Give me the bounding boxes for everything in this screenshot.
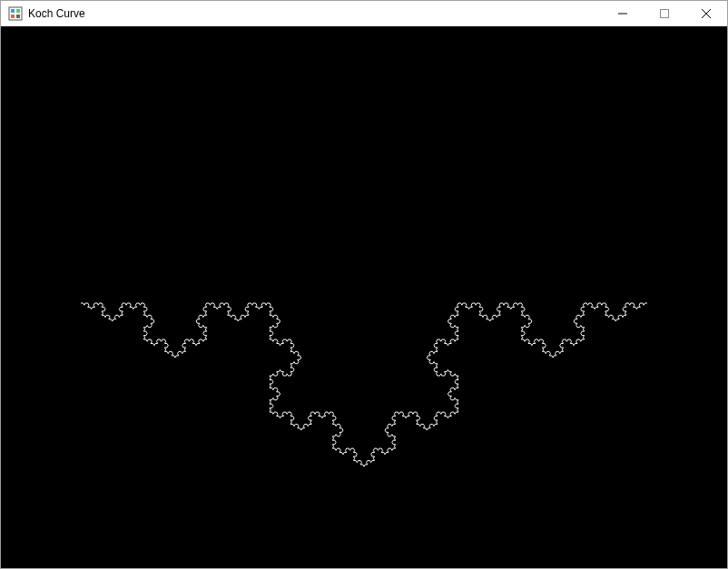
- app-icon: [8, 6, 23, 21]
- koch-canvas: [1, 26, 727, 568]
- window-title: Koch Curve: [28, 1, 85, 26]
- svg-rect-3: [11, 15, 15, 18]
- svg-rect-1: [11, 9, 15, 13]
- svg-rect-4: [16, 15, 20, 18]
- svg-rect-6: [661, 10, 669, 18]
- titlebar[interactable]: Koch Curve: [1, 1, 727, 26]
- client-area: [1, 26, 727, 568]
- svg-rect-2: [16, 9, 20, 13]
- maximize-button[interactable]: [644, 1, 685, 26]
- close-button[interactable]: [685, 1, 727, 26]
- app-window: Koch Curve: [0, 0, 728, 569]
- minimize-button[interactable]: [602, 1, 644, 26]
